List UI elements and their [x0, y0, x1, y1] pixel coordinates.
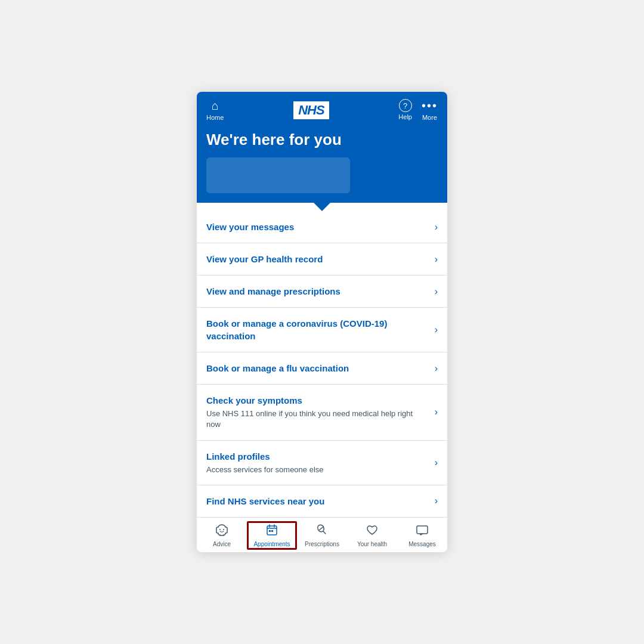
nhs-logo: NHS	[293, 101, 329, 119]
menu-item-view-messages-title: View your messages	[206, 221, 429, 233]
bottom-nav-appointments[interactable]: Appointments	[247, 521, 297, 550]
menu-item-linked-profiles-content: Linked profiles Access services for some…	[206, 450, 429, 475]
help-icon: ?	[399, 99, 412, 112]
menu-item-check-symptoms[interactable]: Check your symptoms Use NHS 111 online i…	[197, 385, 447, 440]
header-top-bar: ⌂ Home NHS ? Help ••• More	[206, 99, 438, 121]
menu-item-prescriptions-title: View and manage prescriptions	[206, 285, 429, 298]
menu-item-view-messages-content: View your messages	[206, 221, 429, 233]
chevron-icon-view-messages: ›	[435, 222, 438, 233]
menu-list: View your messages › View your GP health…	[197, 211, 447, 517]
help-nav-button[interactable]: ? Help	[398, 99, 412, 121]
menu-item-flu-vaccination[interactable]: Book or manage a flu vaccination ›	[197, 352, 447, 385]
bottom-nav-prescriptions-label: Prescriptions	[305, 541, 339, 547]
header-triangle	[314, 203, 330, 211]
home-icon: ⌂	[212, 99, 219, 113]
bottom-nav-prescriptions[interactable]: Prescriptions	[297, 521, 347, 550]
svg-rect-7	[271, 530, 273, 532]
hero-title: We're here for you	[206, 131, 438, 149]
appointments-icon	[265, 524, 278, 540]
menu-item-prescriptions-content: View and manage prescriptions	[206, 285, 429, 298]
menu-item-gp-record-content: View your GP health record	[206, 253, 429, 265]
menu-item-gp-record-title: View your GP health record	[206, 253, 429, 265]
svg-rect-11	[417, 526, 428, 534]
bottom-nav-your-health[interactable]: Your health	[347, 521, 397, 550]
bottom-nav-messages[interactable]: Messages	[397, 521, 447, 550]
bottom-navigation: Advice Appointments	[197, 517, 447, 552]
svg-point-1	[223, 529, 224, 530]
home-nav-button[interactable]: ⌂ Home	[206, 99, 224, 121]
home-label: Home	[206, 114, 224, 121]
menu-item-gp-record[interactable]: View your GP health record ›	[197, 243, 447, 275]
menu-item-linked-profiles-subtitle: Access services for someone else	[206, 465, 429, 475]
menu-item-prescriptions[interactable]: View and manage prescriptions ›	[197, 275, 447, 308]
chevron-icon-check-symptoms: ›	[435, 407, 438, 417]
svg-line-10	[323, 531, 326, 534]
prescriptions-icon	[315, 524, 329, 540]
header-hero: We're here for you	[206, 126, 438, 203]
messages-icon	[416, 524, 429, 540]
bottom-nav-advice-label: Advice	[213, 541, 231, 547]
menu-item-find-services[interactable]: Find NHS services near you ›	[197, 485, 447, 517]
menu-item-check-symptoms-subtitle: Use NHS 111 online if you think you need…	[206, 408, 429, 430]
svg-line-9	[319, 527, 324, 530]
chevron-icon-find-services: ›	[435, 496, 438, 506]
bottom-nav-appointments-label: Appointments	[253, 541, 290, 547]
phone-container: ⌂ Home NHS ? Help ••• More We're here fo…	[197, 92, 447, 552]
bottom-nav-advice[interactable]: Advice	[197, 521, 247, 550]
chevron-icon-linked-profiles: ›	[435, 457, 438, 468]
menu-item-find-services-title: Find NHS services near you	[206, 495, 429, 507]
menu-item-check-symptoms-content: Check your symptoms Use NHS 111 online i…	[206, 394, 429, 430]
help-label: Help	[398, 113, 412, 120]
bottom-nav-your-health-label: Your health	[357, 541, 387, 547]
chevron-icon-gp-record: ›	[435, 254, 438, 265]
bottom-nav-messages-label: Messages	[408, 541, 436, 547]
header-card-placeholder	[206, 157, 350, 193]
menu-item-view-messages[interactable]: View your messages ›	[197, 211, 447, 243]
your-health-icon	[366, 524, 379, 540]
more-nav-button[interactable]: ••• More	[422, 99, 438, 121]
menu-item-covid-vaccination-title: Book or manage a coronavirus (COVID-19) …	[206, 317, 429, 342]
svg-point-0	[219, 529, 221, 530]
menu-item-flu-vaccination-content: Book or manage a flu vaccination	[206, 362, 429, 374]
advice-icon	[215, 524, 228, 540]
menu-item-check-symptoms-title: Check your symptoms	[206, 394, 429, 407]
menu-item-covid-vaccination[interactable]: Book or manage a coronavirus (COVID-19) …	[197, 308, 447, 352]
menu-item-covid-vaccination-content: Book or manage a coronavirus (COVID-19) …	[206, 317, 429, 342]
chevron-icon-flu-vaccination: ›	[435, 363, 438, 374]
chevron-icon-prescriptions: ›	[435, 286, 438, 297]
menu-item-find-services-content: Find NHS services near you	[206, 495, 429, 507]
svg-rect-6	[269, 530, 271, 532]
chevron-icon-covid-vaccination: ›	[435, 324, 438, 335]
menu-item-flu-vaccination-title: Book or manage a flu vaccination	[206, 362, 429, 374]
more-dots-icon: •••	[422, 99, 438, 113]
app-header: ⌂ Home NHS ? Help ••• More We're here fo…	[197, 92, 447, 203]
menu-item-linked-profiles[interactable]: Linked profiles Access services for some…	[197, 441, 447, 485]
more-label: More	[422, 114, 437, 121]
menu-item-linked-profiles-title: Linked profiles	[206, 450, 429, 463]
